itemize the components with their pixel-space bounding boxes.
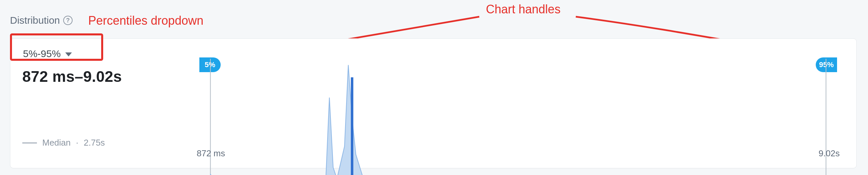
percentiles-dropdown-label: 5%-95% bbox=[23, 48, 61, 59]
median-label: Median bbox=[42, 138, 70, 148]
distribution-card: 5%-95% 872 ms–9.02s Median · 2.75s 5% 95… bbox=[10, 39, 857, 168]
median-line-icon bbox=[22, 142, 37, 144]
axis-label-right: 9.02s bbox=[818, 148, 840, 159]
annotation-handles-label: Chart handles bbox=[486, 3, 560, 15]
percentiles-dropdown[interactable]: 5%-95% bbox=[22, 47, 72, 61]
median-legend: Median · 2.75s bbox=[22, 138, 105, 148]
help-icon[interactable]: ? bbox=[63, 16, 72, 25]
annotation-dropdown-label: Percentiles dropdown bbox=[88, 15, 204, 27]
distribution-chart bbox=[210, 59, 827, 175]
median-value: 2.75s bbox=[84, 138, 105, 148]
range-value: 872 ms–9.02s bbox=[22, 68, 169, 85]
chart-region: 5% 95% 872 ms 9.02s bbox=[197, 39, 840, 168]
chevron-down-icon bbox=[65, 52, 72, 56]
median-separator: · bbox=[76, 138, 78, 148]
axis-label-left: 872 ms bbox=[197, 148, 225, 159]
section-title: Distribution bbox=[10, 15, 60, 26]
section-header: Distribution ? bbox=[10, 15, 72, 26]
info-column: 5%-95% 872 ms–9.02s bbox=[22, 47, 169, 85]
